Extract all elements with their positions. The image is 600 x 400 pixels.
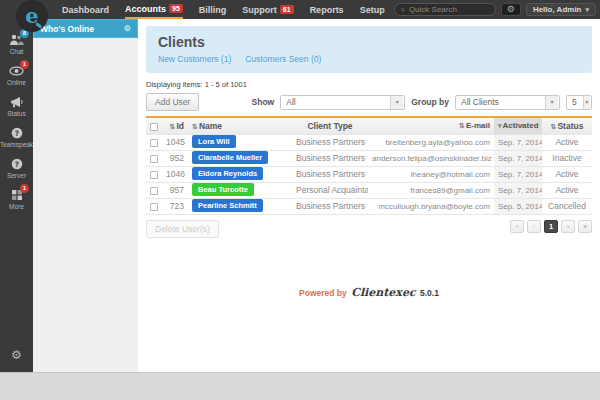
clients-table: ⇅Id ⇅Name Client Type ⇅E-mail ▾Activated… bbox=[146, 118, 592, 215]
online-badge: 1 bbox=[20, 60, 29, 69]
table-row: 952 Clarabelle Mueller Business Partners… bbox=[146, 150, 592, 166]
chevron-down-icon: ▾ bbox=[583, 96, 590, 109]
nav-setup[interactable]: Setup bbox=[360, 0, 385, 19]
sidebar-more-label: More bbox=[9, 203, 24, 210]
client-name-pill[interactable]: Pearline Schmitt bbox=[192, 199, 263, 212]
client-name-pill[interactable]: Eldora Reynolds bbox=[192, 167, 263, 180]
powered-by-footer: Powered by Clientexec 5.0.1 bbox=[146, 286, 592, 299]
first-page-button[interactable]: « bbox=[510, 220, 524, 233]
cell-email: frances89@gmail.com bbox=[368, 182, 494, 198]
table-row: 1045 Lora Will Business Partners breiten… bbox=[146, 134, 592, 150]
gear-icon: ⚙ bbox=[507, 4, 515, 14]
clientexec-logo-icon[interactable]: e bbox=[15, 0, 49, 33]
row-checkbox[interactable] bbox=[150, 171, 158, 179]
cell-client-type: Business Partners bbox=[292, 134, 368, 150]
chevron-down-icon: ▾ bbox=[585, 6, 589, 14]
quick-search-input[interactable] bbox=[409, 5, 489, 14]
row-checkbox[interactable] bbox=[150, 187, 158, 195]
cell-id: 957 bbox=[162, 182, 188, 198]
col-header-id[interactable]: ⇅Id bbox=[162, 118, 188, 134]
client-name-pill[interactable]: Lora Will bbox=[192, 135, 236, 148]
clientexec-brand: Clientexec bbox=[351, 286, 415, 299]
nav-dashboard[interactable]: Dashboard bbox=[62, 0, 109, 19]
next-page-button[interactable]: › bbox=[561, 220, 575, 233]
pagination: « ‹ 1 › » bbox=[510, 220, 592, 233]
row-checkbox[interactable] bbox=[150, 139, 158, 147]
sidebar-teamspeak-label: Teamspeak bbox=[0, 141, 33, 148]
support-count-badge: 61 bbox=[280, 5, 294, 14]
cell-client-type: Business Partners bbox=[292, 198, 368, 214]
nav-billing[interactable]: Billing bbox=[199, 0, 227, 19]
chevron-down-icon: ▾ bbox=[545, 96, 558, 109]
select-all-header[interactable] bbox=[146, 118, 162, 134]
row-checkbox[interactable] bbox=[150, 155, 158, 163]
panel-gear-icon[interactable]: ⚙ bbox=[124, 24, 131, 33]
table-row: 1046 Eldora Reynolds Business Partners i… bbox=[146, 166, 592, 182]
delete-users-button[interactable]: Delete User(s) bbox=[146, 220, 219, 238]
col-header-activated[interactable]: ▾Activated bbox=[494, 118, 542, 134]
cell-id: 1045 bbox=[162, 134, 188, 150]
page-size-select[interactable]: 5 ▾ bbox=[566, 95, 592, 110]
customers-seen-link[interactable]: Customers Seen (0) bbox=[245, 54, 321, 64]
sidebar-item-server[interactable]: ? Server bbox=[0, 157, 33, 179]
displaying-items-text: Displaying items: 1 - 5 of 1001 bbox=[146, 80, 592, 89]
nav-reports[interactable]: Reports bbox=[310, 0, 344, 19]
nav-accounts[interactable]: Accounts 95 bbox=[125, 0, 183, 19]
sidebar-item-online[interactable]: 1 Online bbox=[0, 64, 33, 86]
accounts-count-badge: 95 bbox=[169, 4, 183, 13]
nav-support[interactable]: Support 61 bbox=[242, 0, 293, 19]
main-content: Clients New Customers (1) Customers Seen… bbox=[138, 19, 600, 372]
show-label: Show bbox=[252, 97, 275, 107]
main-menu: Dashboard Accounts 95 Billing Support 61… bbox=[62, 0, 385, 19]
cell-client-type: Personal Acquaintances bbox=[292, 182, 368, 198]
last-page-button[interactable]: » bbox=[578, 220, 592, 233]
question-circle-icon: ? bbox=[9, 126, 25, 139]
navbar-right: ⚙ Hello, Admin ▾ bbox=[394, 0, 596, 19]
cell-id: 952 bbox=[162, 150, 188, 166]
new-customers-link[interactable]: New Customers (1) bbox=[158, 54, 231, 64]
whos-online-panel: Who's Online ⚙ bbox=[33, 19, 138, 372]
cell-client-type: Business Partners bbox=[292, 166, 368, 182]
sidebar-online-label: Online bbox=[7, 79, 26, 86]
megaphone-icon bbox=[9, 95, 25, 108]
cell-activated: Sep. 7, 2014 bbox=[494, 182, 542, 198]
page-1-button[interactable]: 1 bbox=[544, 220, 558, 233]
add-user-button[interactable]: Add User bbox=[146, 93, 199, 111]
client-name-pill[interactable]: Beau Turcotte bbox=[192, 183, 254, 196]
sidebar-gear-icon[interactable]: ⚙ bbox=[0, 348, 33, 362]
col-header-status[interactable]: ⇅Status bbox=[542, 118, 592, 134]
cell-email: mccullough.bryana@boyle.com bbox=[368, 198, 494, 214]
user-menu-button[interactable]: Hello, Admin ▾ bbox=[526, 3, 596, 16]
sidebar-item-more[interactable]: 1 More bbox=[0, 188, 33, 210]
sidebar-item-chat[interactable]: 8 Chat bbox=[0, 33, 33, 55]
page-size-value: 5 bbox=[567, 97, 582, 107]
clients-banner: Clients New Customers (1) Customers Seen… bbox=[146, 26, 592, 73]
cell-email: breitenberg.ayla@yahoo.com bbox=[368, 134, 494, 150]
client-name-pill[interactable]: Clarabelle Mueller bbox=[192, 151, 268, 164]
user-greeting: Hello, Admin bbox=[533, 5, 582, 14]
prev-page-button[interactable]: ‹ bbox=[527, 220, 541, 233]
sort-icon: ⇅ bbox=[551, 123, 557, 130]
col-header-name[interactable]: ⇅Name bbox=[188, 118, 292, 134]
cell-status: Cancelled bbox=[542, 198, 592, 214]
cell-status: Active bbox=[542, 166, 592, 182]
sidebar-item-status[interactable]: Status bbox=[0, 95, 33, 117]
page-title: Clients bbox=[158, 34, 580, 50]
bottom-strip bbox=[0, 372, 600, 400]
table-footer: Delete User(s) « ‹ 1 › » bbox=[146, 220, 592, 238]
groupby-select[interactable]: All Clients ▾ bbox=[455, 95, 560, 110]
cell-activated: Sep. 7, 2014 bbox=[494, 134, 542, 150]
version-text: 5.0.1 bbox=[420, 288, 439, 298]
settings-gear-button[interactable]: ⚙ bbox=[501, 3, 521, 16]
quick-search-box[interactable] bbox=[394, 3, 496, 16]
cell-client-type: Business Partners bbox=[292, 150, 368, 166]
cell-status: Inactive bbox=[542, 150, 592, 166]
col-header-email[interactable]: ⇅E-mail bbox=[368, 118, 494, 134]
table-row: 957 Beau Turcotte Personal Acquaintances… bbox=[146, 182, 592, 198]
sidebar-item-teamspeak[interactable]: ? Teamspeak bbox=[0, 126, 33, 148]
show-filter-select[interactable]: All ▾ bbox=[280, 95, 405, 110]
row-checkbox[interactable] bbox=[150, 203, 158, 211]
select-all-checkbox[interactable] bbox=[150, 123, 158, 131]
col-header-client-type[interactable]: Client Type bbox=[292, 118, 368, 134]
nav-support-label: Support bbox=[242, 5, 277, 15]
